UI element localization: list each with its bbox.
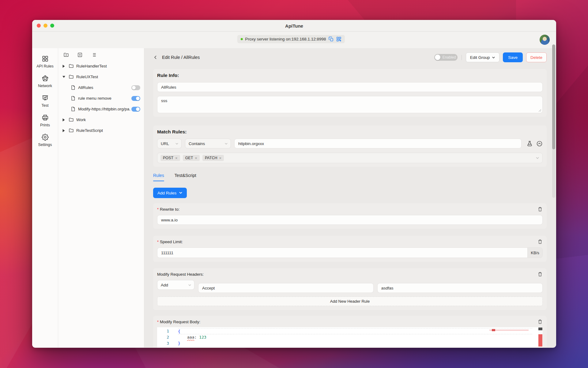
- titlebar[interactable]: ApiTune: [32, 20, 556, 32]
- delete-rule-icon[interactable]: [537, 271, 543, 277]
- tree-item-label: RuleUXTest: [76, 75, 98, 79]
- window-scrollbar[interactable]: [552, 44, 555, 198]
- test-flask-icon[interactable]: [526, 140, 533, 147]
- rule-description-textarea[interactable]: sss: [157, 96, 543, 113]
- delete-rule-icon[interactable]: [537, 206, 543, 212]
- status-strip: Proxy server listening on:192.168.1.12:8…: [32, 32, 556, 48]
- delete-rule-icon[interactable]: [537, 239, 543, 244]
- speed-unit-addon: KB/s: [527, 248, 542, 258]
- remove-tag-icon[interactable]: ×: [195, 156, 197, 160]
- remove-tag-icon[interactable]: ×: [219, 156, 221, 160]
- delete-rule-icon[interactable]: [537, 319, 543, 324]
- proxy-status-text: Proxy server listening on:192.168.1.12:8…: [245, 37, 326, 41]
- add-folder-icon[interactable]: [63, 52, 69, 58]
- back-icon[interactable]: [153, 55, 158, 60]
- tree-item-ruleuxtest[interactable]: RuleUXTest: [58, 71, 144, 82]
- rewrite-to-input[interactable]: [157, 215, 543, 225]
- match-operator-value: Contains: [189, 141, 205, 146]
- required-asterisk: *: [157, 320, 159, 324]
- tree-item-rule-menu-remove[interactable]: rule menu remove: [58, 93, 144, 104]
- add-rules-button[interactable]: Add Rules: [153, 188, 187, 198]
- tab-test-script[interactable]: Test&Script: [175, 173, 196, 181]
- tree-item-modify-httpbin[interactable]: Modify-https://httpbin.org/pa...: [58, 104, 144, 114]
- caret-right-icon[interactable]: [62, 118, 67, 121]
- match-rules-heading: Match Rules:: [157, 129, 543, 135]
- match-pattern-input[interactable]: [234, 139, 522, 148]
- rule-enabled-toggle[interactable]: [131, 96, 140, 101]
- enabled-toggle[interactable]: Enabled: [434, 54, 458, 61]
- editor-code-area[interactable]: { aaa:123 }: [174, 327, 543, 347]
- divider: [462, 55, 462, 60]
- delete-button[interactable]: Delete: [526, 52, 547, 62]
- file-icon: [70, 106, 76, 112]
- error-lens-marker: [489, 330, 529, 331]
- match-rules-section: Match Rules: URL Contains: [153, 125, 547, 167]
- folder-icon: [69, 63, 74, 69]
- rule-name-input[interactable]: [157, 82, 543, 92]
- caret-right-icon[interactable]: [62, 65, 67, 68]
- editor-scrollbar-thumb[interactable]: [538, 328, 542, 330]
- header-action-value: Add: [161, 283, 168, 287]
- header-value-input[interactable]: [377, 283, 543, 293]
- nav-item-prints[interactable]: Prints: [32, 111, 58, 131]
- nav-item-label: Prints: [40, 123, 50, 127]
- tree-item-work[interactable]: Work: [58, 114, 144, 125]
- nav-item-network[interactable]: Network: [32, 72, 58, 92]
- match-field-select[interactable]: URL: [157, 139, 182, 148]
- nav-item-label: Settings: [38, 143, 52, 147]
- caret-down-icon[interactable]: [62, 75, 67, 79]
- remove-tag-icon[interactable]: ×: [175, 156, 178, 160]
- editor-header: Edit Rule / AllRules Enabled Edit Group …: [153, 52, 547, 63]
- modify-body-label: *Modify Request Body:: [157, 320, 200, 324]
- save-label: Save: [508, 55, 518, 60]
- speed-limit-label: *Speed Limit:: [157, 240, 183, 244]
- rule-enabled-toggle[interactable]: [131, 107, 140, 112]
- tree-toolbar: [58, 48, 144, 61]
- resize-handle-icon[interactable]: [538, 109, 541, 112]
- speed-limit-input[interactable]: [157, 248, 527, 258]
- add-new-header-rule-button[interactable]: Add New Header Rule: [157, 297, 543, 306]
- tree-item-allrules[interactable]: AllRules: [58, 82, 144, 93]
- copy-icon[interactable]: [329, 36, 334, 42]
- tree-item-label: Modify-https://httpbin.org/pa...: [78, 107, 131, 111]
- proxy-status: Proxy server listening on:192.168.1.12:8…: [237, 35, 345, 43]
- folder-icon: [69, 128, 74, 133]
- save-button[interactable]: Save: [503, 52, 523, 62]
- chevron-down-icon: [536, 156, 539, 160]
- header-action-select[interactable]: Add: [157, 280, 194, 290]
- required-asterisk: *: [157, 207, 159, 212]
- body-code-editor[interactable]: 1 2 3 { aaa:123 }: [157, 327, 543, 347]
- qr-code-icon[interactable]: [336, 36, 341, 42]
- modify-request-body-card: *Modify Request Body: 1 2 3 { aaa:123 }: [153, 316, 547, 347]
- tree-item-rulehandlertest[interactable]: RuleHandlerTest: [58, 61, 144, 71]
- tab-rules[interactable]: Rules: [153, 173, 164, 181]
- header-name-input[interactable]: [198, 283, 374, 293]
- collapse-up-icon[interactable]: [536, 140, 543, 147]
- nav-item-test[interactable]: Test: [32, 92, 58, 111]
- grid-icon: [42, 55, 49, 62]
- methods-multiselect[interactable]: POST× GET× PATCH×: [157, 153, 543, 163]
- speed-limit-rule-card: *Speed Limit: KB/s: [153, 236, 547, 262]
- rewrite-label: *Rewrite to:: [157, 207, 180, 212]
- tree-item-ruletestscript[interactable]: RuleTestScript: [58, 125, 144, 136]
- rule-enabled-toggle[interactable]: [131, 85, 140, 90]
- desktop-wallpaper: ApiTune Proxy server listening on:192.16…: [0, 0, 588, 368]
- nav-item-label: Network: [38, 84, 52, 88]
- caret-right-icon[interactable]: [62, 129, 67, 132]
- nav-item-settings[interactable]: Settings: [32, 131, 58, 151]
- nav-item-label: API Rules: [36, 64, 54, 68]
- chevron-down-icon: [224, 142, 228, 145]
- match-operator-select[interactable]: Contains: [185, 139, 231, 148]
- edit-group-button[interactable]: Edit Group: [466, 52, 500, 62]
- avatar[interactable]: [540, 35, 550, 45]
- required-asterisk: *: [157, 240, 159, 244]
- method-tag-label: PATCH: [205, 156, 217, 160]
- method-tag-label: GET: [185, 156, 193, 160]
- add-rule-icon[interactable]: [77, 52, 83, 58]
- window-scrollbar-thumb[interactable]: [552, 44, 555, 149]
- nav-item-api-rules[interactable]: API Rules: [32, 52, 58, 72]
- tree-item-label: RuleHandlerTest: [76, 64, 107, 68]
- list-icon[interactable]: [91, 52, 96, 58]
- editor-scrollbar[interactable]: [538, 327, 543, 347]
- method-tag-label: POST: [163, 156, 173, 160]
